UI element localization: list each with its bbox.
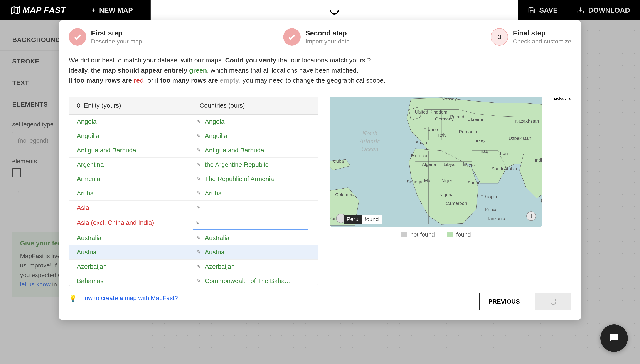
- row-yours: Aruba: [69, 186, 192, 200]
- country-label: Senegal: [407, 179, 423, 184]
- row-ours[interactable]: ✎: [192, 215, 317, 231]
- loading-spinner-icon: [550, 298, 556, 305]
- row-ours-text: Anguilla: [205, 132, 227, 140]
- country-label: United Kingdom: [415, 109, 447, 114]
- country-label: Colombia: [335, 192, 354, 197]
- download-icon: [577, 6, 584, 14]
- step-1-check-icon: [69, 28, 86, 46]
- step-2: Second step Import your data: [283, 28, 350, 46]
- stepper: First step Describe your map Second step…: [69, 28, 571, 46]
- table-row[interactable]: Angola✎Angola: [69, 114, 317, 129]
- info-text: We did our best to match your dataset wi…: [69, 55, 571, 86]
- table-body[interactable]: Angola✎AngolaAnguilla✎AnguillaAntigua an…: [69, 114, 317, 286]
- chat-button[interactable]: [600, 324, 628, 352]
- modal-overlay: First step Describe your map Second step…: [0, 20, 640, 364]
- topbar: MAP FAST + NEW MAP SAVE DOWNLOAD: [0, 0, 640, 20]
- country-label: Italy: [438, 132, 447, 138]
- row-yours: Angola: [69, 114, 192, 129]
- table-row[interactable]: Armenia✎The Republic of Armenia: [69, 172, 317, 186]
- pencil-icon: ✎: [197, 190, 201, 196]
- table-row[interactable]: Azerbaijan✎Azerbaijan: [69, 260, 317, 274]
- row-ours[interactable]: ✎the Argentine Republic: [192, 158, 317, 172]
- country-label: Turkey: [472, 138, 486, 143]
- table-row[interactable]: Asia (excl. China and India)✎: [69, 215, 317, 231]
- row-ours-text: Angola: [205, 118, 224, 125]
- row-ours[interactable]: ✎Antigua and Barbuda: [192, 143, 317, 158]
- country-label: Cuba: [333, 158, 344, 163]
- table-row[interactable]: Australia✎Australia: [69, 231, 317, 245]
- step-1-sub: Describe your map: [91, 38, 142, 45]
- pencil-icon: ✎: [197, 118, 201, 124]
- country-label: Spain: [415, 140, 427, 145]
- tooltip-status: found: [362, 214, 382, 224]
- row-yours: Austria: [69, 245, 192, 260]
- pencil-icon: ✎: [197, 204, 201, 211]
- pencil-icon: ✎: [197, 147, 201, 153]
- loading-spinner-icon: [328, 4, 341, 16]
- svg-text:North: North: [362, 130, 378, 137]
- row-ours-text: Australia: [205, 234, 229, 242]
- row-yours: Asia (excl. China and India): [69, 216, 192, 230]
- step-line-1: [148, 37, 277, 38]
- help-link[interactable]: How to create a map with MapFast?: [80, 295, 178, 302]
- lightbulb-icon: 💡: [69, 294, 77, 302]
- match-table: 0_Entity (yours) Countries (ours) Angola…: [69, 96, 318, 286]
- row-yours: Azerbaijan: [69, 260, 192, 274]
- row-ours[interactable]: ✎Angola: [192, 114, 317, 129]
- country-label: Kazakhstan: [515, 118, 539, 123]
- country-label: Sudan: [467, 180, 481, 185]
- row-yours: Argentina: [69, 158, 192, 172]
- row-ours[interactable]: ✎Austria: [192, 245, 317, 260]
- row-yours: Antigua and Barbuda: [69, 143, 192, 158]
- row-ours-text: The Republic of Armenia: [205, 176, 274, 183]
- table-row[interactable]: Antigua and Barbuda✎Antigua and Barbuda: [69, 143, 317, 158]
- tooltip-name: Peru: [344, 214, 362, 224]
- country-label: India: [535, 158, 541, 162]
- download-label: DOWNLOAD: [588, 6, 630, 14]
- country-label: Ethiopia: [480, 194, 497, 199]
- table-row[interactable]: Argentina✎the Argentine Republic: [69, 158, 317, 172]
- row-ours-text: Commonwealth of The Baha...: [205, 278, 290, 285]
- content-row: 0_Entity (yours) Countries (ours) Angola…: [69, 96, 571, 286]
- country-label: Tanzania: [487, 216, 505, 221]
- row-ours[interactable]: ✎The Republic of Armenia: [192, 172, 317, 186]
- country-label: Iraq: [480, 149, 488, 154]
- preview-map[interactable]: North Atlantic Ocean NorwayUnited Kingdo…: [331, 96, 542, 226]
- map-info-icon[interactable]: i: [526, 211, 536, 221]
- logo[interactable]: MAP FAST: [1, 6, 76, 15]
- match-input[interactable]: [193, 216, 308, 230]
- country-label: Algeria: [422, 162, 436, 166]
- step-3-sub: Check and customize: [513, 38, 571, 45]
- row-ours[interactable]: ✎: [192, 201, 317, 214]
- legend-found: found: [447, 231, 471, 238]
- row-ours[interactable]: ✎Commonwealth of The Baha...: [192, 274, 317, 286]
- row-yours: Bahamas: [69, 274, 192, 286]
- download-button[interactable]: DOWNLOAD: [567, 6, 639, 14]
- table-row[interactable]: Anguilla✎Anguilla: [69, 129, 317, 143]
- row-yours: Armenia: [69, 172, 192, 186]
- table-row[interactable]: Bahamas✎Commonwealth of The Baha...: [69, 274, 317, 286]
- step-1: First step Describe your map: [69, 28, 142, 46]
- country-label: Uzbekistan: [509, 136, 531, 141]
- previous-button[interactable]: PREVIOUS: [479, 293, 529, 310]
- row-ours[interactable]: ✎Australia: [192, 231, 317, 245]
- row-ours[interactable]: ✎Aruba: [192, 186, 317, 200]
- row-ours[interactable]: ✎Azerbaijan: [192, 260, 317, 274]
- row-yours: Asia: [69, 201, 192, 215]
- save-button[interactable]: SAVE: [518, 6, 567, 14]
- table-row[interactable]: Asia✎: [69, 201, 317, 215]
- next-button[interactable]: [535, 293, 571, 310]
- row-ours[interactable]: ✎Anguilla: [192, 129, 317, 143]
- pencil-icon: ✎: [197, 133, 201, 139]
- col-ours: Countries (ours): [192, 97, 317, 114]
- country-label: France: [424, 127, 438, 132]
- table-row[interactable]: Austria✎Austria: [69, 245, 317, 260]
- table-row[interactable]: Aruba✎Aruba: [69, 186, 317, 201]
- svg-text:Atlantic: Atlantic: [359, 138, 380, 144]
- swatch-gray-icon: [401, 232, 407, 238]
- plus-icon: +: [92, 6, 96, 14]
- new-map-button[interactable]: + NEW MAP: [76, 6, 150, 14]
- step-3: 3 Final step Check and customize: [491, 28, 571, 46]
- svg-text:Ocean: Ocean: [361, 145, 378, 152]
- save-label: SAVE: [539, 6, 558, 14]
